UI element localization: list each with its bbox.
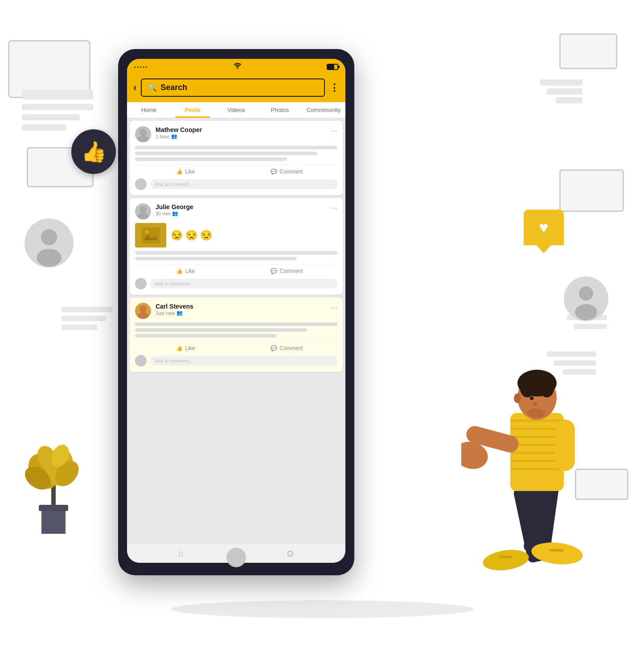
comment-row-2: Add a comment... [135, 278, 337, 289]
deco-line [540, 79, 582, 86]
comment-input-3[interactable]: Add a comment... [150, 356, 337, 366]
post-actions-3: 👍 Like 💬 Comment [135, 341, 337, 351]
tab-videos[interactable]: Videos [214, 102, 258, 118]
post-author-2: Julie George [156, 203, 326, 210]
comment-input-1[interactable]: Add a comment... [150, 179, 337, 189]
deco-line [62, 307, 113, 312]
post-actions-1: 👍 Like 💬 Comment [135, 165, 337, 175]
post-image-2 [135, 223, 166, 248]
post-options-3[interactable]: ··· [331, 303, 337, 312]
comment-icon-1: 💬 [271, 169, 277, 175]
deco-avatar-left [25, 219, 74, 268]
svg-rect-17 [142, 227, 160, 243]
deco-line [547, 88, 582, 95]
tab-home[interactable]: Home [127, 102, 171, 118]
deco-line [22, 90, 93, 99]
post-card-3: Carl Stevens Just now 👥 ··· [130, 297, 343, 372]
post-card-1: Mathew Cooper 1 hour 👥 ··· [130, 121, 343, 195]
like-button-3[interactable]: 👍 Like [135, 345, 236, 351]
comment-icon-3: 💬 [271, 345, 277, 351]
svg-point-43 [540, 380, 554, 397]
svg-point-2 [579, 286, 593, 301]
wifi-icon [234, 63, 242, 71]
person-svg [461, 362, 613, 620]
content-line [135, 157, 287, 161]
status-dots: ••••• [134, 65, 149, 70]
tablet-device: ••••• ‹ 🔍 Search ⋮ Home [118, 49, 354, 575]
svg-rect-28 [510, 420, 564, 422]
deco-line [22, 104, 93, 110]
tablet-home-button[interactable] [226, 548, 246, 567]
comment-button-3[interactable]: 💬 Comment [236, 345, 337, 351]
deco-line [62, 316, 106, 321]
post-card-2: Julie George 30 min 👥 ··· [130, 198, 343, 295]
tab-photos[interactable]: Photos [258, 102, 302, 118]
post-meta-3: Carl Stevens Just now 👥 [156, 303, 326, 316]
comment-button-2[interactable]: 💬 Comment [236, 268, 337, 274]
svg-point-20 [137, 312, 149, 319]
comment-button-1[interactable]: 💬 Comment [236, 169, 337, 175]
content-line [135, 251, 337, 255]
commenter-avatar-2 [135, 278, 147, 289]
search-bar[interactable]: 🔍 Search [141, 78, 325, 97]
post-avatar-1 [135, 126, 151, 142]
tab-posts[interactable]: Posts [171, 102, 214, 118]
like-button-2[interactable]: 👍 Like [135, 268, 236, 274]
svg-point-45 [530, 396, 533, 400]
post-author-3: Carl Stevens [156, 303, 326, 310]
tab-community[interactable]: Commmunity [302, 102, 345, 118]
plant-decoration [25, 431, 82, 540]
scene: 👍 ♥ ••••• ‹ 🔍 Sea [0, 0, 644, 656]
like-icon-3: 👍 [176, 345, 183, 351]
svg-point-16 [137, 213, 149, 219]
content-line [135, 152, 317, 155]
search-icon: 🔍 [148, 83, 157, 92]
svg-point-1 [37, 249, 62, 267]
home-nav-icon[interactable]: ⌂ [178, 548, 184, 558]
post-content-2 [135, 251, 337, 260]
check-nav-icon[interactable]: ⊙ [287, 548, 294, 559]
svg-rect-34 [510, 468, 564, 470]
post-meta-1: Mathew Cooper 1 hour 👥 [156, 126, 326, 139]
deco-avatar-right [564, 276, 608, 321]
nav-tabs: Home Posts Videos Photos Commmunity [127, 102, 345, 118]
back-button[interactable]: ‹ [133, 82, 136, 94]
svg-rect-26 [550, 549, 564, 552]
post-avatar-3 [135, 303, 151, 319]
comment-row-3: Add a comment... [135, 355, 337, 367]
post-content-1 [135, 146, 337, 161]
heart-shape: ♥ [524, 210, 564, 245]
heart-icon: ♥ [539, 218, 548, 237]
like-button-1[interactable]: 👍 Like [135, 169, 236, 175]
thumbs-up-icon: 👍 [81, 140, 107, 164]
deco-line [556, 97, 582, 103]
post-header-3: Carl Stevens Just now 👥 ··· [135, 303, 337, 319]
content-line [135, 334, 277, 338]
content-line [135, 322, 337, 326]
shadow-ellipse [171, 600, 474, 618]
comment-input-2[interactable]: Add a comment... [150, 279, 337, 289]
heart-badge: ♥ [524, 210, 568, 261]
more-menu-button[interactable]: ⋮ [329, 82, 339, 94]
post-author-1: Mathew Cooper [156, 126, 326, 133]
svg-point-15 [139, 206, 147, 213]
post-emojis-2: 😒 😒 😒 [171, 230, 212, 241]
deco-bubble-mid-right [559, 169, 624, 212]
post-time-2: 30 min 👥 [156, 210, 326, 216]
post-header-1: Mathew Cooper 1 hour 👥 ··· [135, 126, 337, 142]
deco-line [547, 351, 596, 357]
thumbs-up-badge: 👍 [71, 129, 116, 174]
like-icon-1: 👍 [176, 169, 183, 175]
post-options-2[interactable]: ··· [331, 203, 337, 213]
commenter-avatar-1 [135, 178, 147, 190]
post-options-1[interactable]: ··· [331, 126, 337, 136]
emoji-3: 😒 [200, 230, 212, 241]
top-bar: ‹ 🔍 Search ⋮ [127, 75, 345, 102]
comment-row-1: Add a comment... [135, 178, 337, 190]
post-avatar-2 [135, 203, 151, 219]
comment-icon-2: 💬 [271, 268, 277, 274]
svg-point-23 [481, 547, 530, 573]
content-line [135, 146, 337, 149]
svg-point-0 [41, 229, 57, 245]
search-input[interactable]: Search [160, 83, 187, 92]
